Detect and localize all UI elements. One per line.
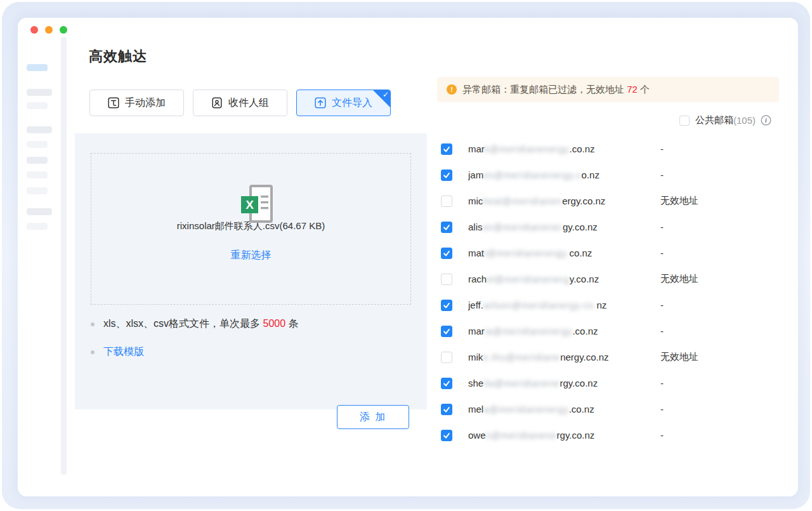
recipient-checkbox[interactable] <box>441 300 452 311</box>
recipient-email: matt@meridianenergy.co.nz <box>468 248 592 258</box>
recipient-checkbox[interactable] <box>441 248 452 259</box>
svg-text:X: X <box>246 198 254 211</box>
email-visible-suffix: rgy.co.nz <box>560 378 598 388</box>
tab-manual-add[interactable]: 手动添加 <box>89 90 184 116</box>
sidebar-item[interactable] <box>27 171 48 178</box>
recipient-list: mark@meridianenergy.co.nz - james@meridi… <box>437 136 779 448</box>
close-window-button[interactable] <box>30 26 38 34</box>
email-visible-prefix: jeff. <box>468 300 483 310</box>
recipient-status: - <box>660 378 664 388</box>
recipient-email: owen@meridianenergy.co.nz <box>468 430 594 441</box>
tab-file-import[interactable]: 文件导入 ✓ <box>296 90 391 116</box>
sidebar-item[interactable] <box>27 141 48 148</box>
email-visible-prefix: mel <box>468 404 483 415</box>
email-visible-suffix: .co.nz <box>569 404 594 415</box>
sidebar-item[interactable] <box>27 223 48 230</box>
hint-limit: 5000 <box>263 318 286 329</box>
recipient-checkbox[interactable] <box>441 404 452 415</box>
recipient-checkbox[interactable] <box>441 222 452 233</box>
recipient-checkbox[interactable] <box>441 274 452 285</box>
email-masked-middle: wilson@meridianergy.co. <box>483 300 597 310</box>
recipient-email: james@meridianenergy.co.nz <box>468 169 599 180</box>
recipient-row: mark@meridianenergy.co.nz - <box>437 136 779 162</box>
recipient-status: 无效地址 <box>660 195 698 207</box>
reselect-file-link[interactable]: 重新选择 <box>231 249 272 262</box>
email-visible-prefix: alis <box>468 222 483 232</box>
recipient-status: - <box>660 222 664 232</box>
email-masked-middle: a@meridianenergy <box>483 404 569 415</box>
check-icon <box>443 302 450 309</box>
email-visible-suffix: o.nz <box>582 169 599 180</box>
check-icon <box>443 406 450 413</box>
check-icon <box>443 145 450 153</box>
hint-text: xls、xlsx、csv格式文件，单次最多 <box>103 318 263 329</box>
recipient-row: rachel@meridianenergy.co.nz 无效地址 <box>437 266 779 292</box>
check-icon <box>443 328 450 335</box>
recipient-checkbox[interactable] <box>441 143 452 155</box>
recipient-row: sheila@meridianenergy.co.nz - <box>437 370 779 396</box>
public-mailbox-count: (105) <box>733 115 756 126</box>
format-hint: xls、xlsx、csv格式文件，单次最多 5000 条 <box>91 317 299 331</box>
recipient-checkbox[interactable] <box>441 352 452 363</box>
recipient-email: jeff.wilson@meridianergy.co.nz <box>468 300 606 310</box>
zoom-window-button[interactable] <box>60 26 67 34</box>
email-visible-prefix: she <box>468 378 483 388</box>
recipient-checkbox[interactable] <box>441 430 452 441</box>
recipient-status: - <box>660 248 664 258</box>
recipient-row: micheal@meridianenergy.co.nz 无效地址 <box>437 188 779 214</box>
add-button[interactable]: 添 加 <box>337 405 409 429</box>
recipient-row: jeff.wilson@meridianergy.co.nz - <box>437 292 779 318</box>
email-masked-middle: es@meridianenergy.c <box>483 170 581 180</box>
email-visible-suffix: nz <box>596 300 606 310</box>
public-mailbox-checkbox[interactable] <box>679 116 690 126</box>
recipient-email: mela@meridianenergy.co.nz <box>468 404 594 415</box>
check-icon <box>443 249 450 257</box>
download-template-link[interactable]: 下载模版 <box>103 345 144 359</box>
sidebar-item[interactable] <box>27 157 48 164</box>
recipient-status: - <box>660 404 664 415</box>
sidebar-item[interactable] <box>27 89 52 96</box>
sidebar-item[interactable] <box>27 102 48 109</box>
recipient-checkbox[interactable] <box>441 378 452 389</box>
recipient-checkbox[interactable] <box>441 326 452 337</box>
check-icon <box>443 380 450 387</box>
recipient-checkbox[interactable] <box>441 196 452 207</box>
public-mailbox-label: 公共邮箱 <box>695 114 733 126</box>
file-dropzone[interactable]: X rixinsolar邮件联系人.csv(64.67 KB) 重新选择 <box>91 153 411 305</box>
recipient-email: maria@meridianenergy.co.nz <box>468 326 598 336</box>
page-title: 高效触达 <box>89 47 147 66</box>
check-icon: ✓ <box>383 90 389 99</box>
add-method-tabs: 手动添加 收件人组 文件导入 ✓ <box>89 90 391 116</box>
recipient-status: - <box>660 169 664 180</box>
email-visible-prefix: owe <box>468 430 486 441</box>
sidebar-item[interactable] <box>27 126 52 133</box>
sidebar-item[interactable] <box>27 187 48 194</box>
email-visible-prefix: jam <box>468 169 483 180</box>
recipient-status: - <box>660 430 664 441</box>
info-icon[interactable]: i <box>761 115 771 126</box>
abnormal-mailbox-alert: ! 异常邮箱：重复邮箱已过滤，无效地址 72 个 <box>437 77 779 102</box>
tab-label: 收件人组 <box>228 96 269 110</box>
recipient-row: maria@meridianenergy.co.nz - <box>437 318 779 344</box>
tab-recipient-group[interactable]: 收件人组 <box>193 90 287 116</box>
window-controls <box>30 26 67 34</box>
bullet-dot <box>91 350 95 354</box>
email-masked-middle: heal@meridianen <box>483 196 562 206</box>
sidebar-item[interactable] <box>27 208 52 215</box>
sidebar-item-active[interactable] <box>27 64 48 71</box>
email-visible-suffix: rgy.co.nz <box>557 430 595 441</box>
recipient-email: alison@meridianenergy.co.nz <box>468 222 598 232</box>
recipient-row: alison@meridianenergy.co.nz - <box>437 214 779 240</box>
public-mailbox-row: 公共邮箱 (105) i <box>679 114 771 126</box>
recipient-checkbox[interactable] <box>441 169 452 181</box>
recipient-row: mela@meridianenergy.co.nz - <box>437 396 779 422</box>
hint-text: 条 <box>285 318 298 329</box>
check-icon <box>443 171 450 179</box>
email-masked-middle: ia@meridianenergy <box>485 326 573 336</box>
email-visible-suffix: nergy.co.nz <box>560 352 608 362</box>
recipient-email: mark@meridianenergy.co.nz <box>468 143 595 154</box>
recipient-email: sheila@meridianenergy.co.nz <box>468 378 598 388</box>
minimize-window-button[interactable] <box>45 26 53 34</box>
check-icon <box>443 432 450 439</box>
recipient-email: rachel@meridianenergy.co.nz <box>468 274 599 284</box>
